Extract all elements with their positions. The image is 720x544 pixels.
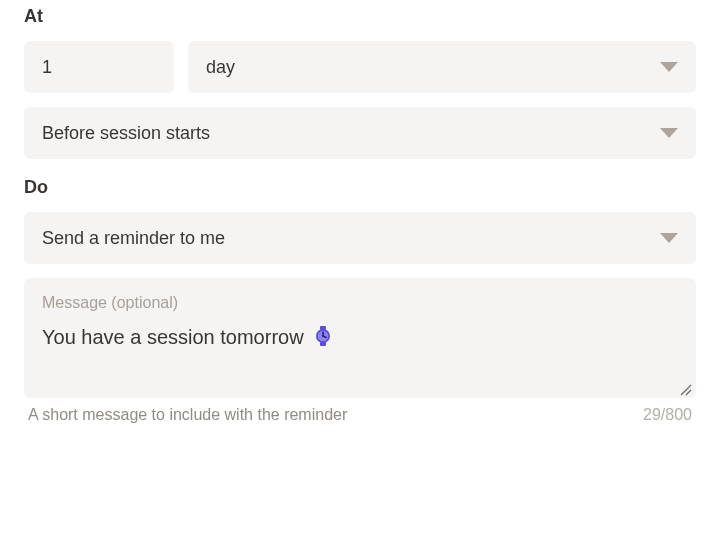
do-row: Send a reminder to me: [24, 212, 696, 264]
at-row-2: Before session starts: [24, 107, 696, 159]
svg-line-6: [681, 385, 691, 395]
at-relation-select[interactable]: Before session starts: [24, 107, 696, 159]
do-action-select[interactable]: Send a reminder to me: [24, 212, 696, 264]
svg-line-7: [686, 390, 691, 395]
at-section: At day Before session starts: [24, 6, 696, 159]
chevron-down-icon: [660, 62, 678, 72]
at-unit-select[interactable]: day: [188, 41, 696, 93]
watch-icon: [313, 326, 333, 346]
at-amount-input[interactable]: [24, 41, 174, 93]
chevron-down-icon: [660, 233, 678, 243]
message-char-count: 29/800: [643, 406, 692, 424]
message-field-label: Message (optional): [42, 294, 678, 312]
at-unit-value: day: [206, 57, 660, 78]
do-action-value: Send a reminder to me: [42, 228, 660, 249]
at-label: At: [24, 6, 696, 27]
message-textarea[interactable]: Message (optional) You have a session to…: [24, 278, 696, 398]
at-relation-value: Before session starts: [42, 123, 660, 144]
message-text: You have a session tomorrow: [42, 326, 304, 348]
message-value[interactable]: You have a session tomorrow: [42, 324, 678, 351]
at-row-1: day: [24, 41, 696, 93]
chevron-down-icon: [660, 128, 678, 138]
resize-handle-icon: [678, 382, 692, 396]
message-helper-text: A short message to include with the remi…: [28, 406, 347, 424]
message-helper-row: A short message to include with the remi…: [24, 406, 696, 424]
do-label: Do: [24, 177, 696, 198]
do-section: Do Send a reminder to me Message (option…: [24, 177, 696, 424]
